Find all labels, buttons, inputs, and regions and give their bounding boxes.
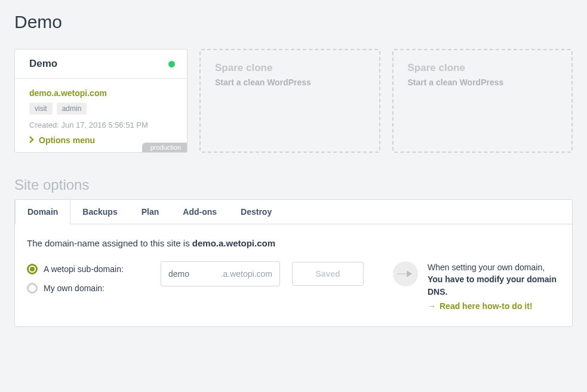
tab-addons[interactable]: Add-ons xyxy=(171,200,229,224)
saved-button: Saved xyxy=(292,262,364,286)
site-card: Demo demo.a.wetopi.com visit admin Creat… xyxy=(14,49,188,153)
subdomain-suffix: .a.wetopi.com xyxy=(221,269,272,279)
admin-button[interactable]: admin xyxy=(57,103,87,115)
tab-destroy[interactable]: Destroy xyxy=(229,200,284,224)
clone-subtitle: Start a clean WordPress xyxy=(215,78,365,87)
subdomain-input[interactable] xyxy=(168,269,204,279)
domain-info-text: When setting your own domain, You have t… xyxy=(428,261,560,312)
site-options-panel: Domain Backups Plan Add-ons Destroy The … xyxy=(14,199,573,327)
subdomain-input-wrapper[interactable]: .a.wetopi.com xyxy=(161,261,280,286)
domain-intro-value: demo.a.wetopi.com xyxy=(192,238,275,248)
tabs-bar: Domain Backups Plan Add-ons Destroy xyxy=(15,199,572,224)
domain-radio-group: A wetopi sub-domain: My own domain: xyxy=(27,261,140,294)
options-menu-label: Options menu xyxy=(39,135,95,145)
arrow-icon: → xyxy=(428,300,436,312)
radio-unchecked-icon xyxy=(27,283,38,294)
spare-clone-slot-2[interactable]: Spare clone Start a clean WordPress xyxy=(392,49,573,153)
tab-plan[interactable]: Plan xyxy=(130,200,171,224)
radio-checked-icon xyxy=(27,264,38,274)
status-dot-icon xyxy=(168,61,175,67)
tab-content-domain: The domain-name assigned to this site is… xyxy=(15,225,572,312)
domain-intro-line: The domain-name assigned to this site is… xyxy=(27,238,560,248)
tab-domain[interactable]: Domain xyxy=(15,199,70,224)
clone-subtitle: Start a clean WordPress xyxy=(408,78,558,87)
radio-label: My own domain: xyxy=(44,283,105,293)
visit-button[interactable]: visit xyxy=(29,103,53,115)
site-card-title: Demo xyxy=(29,58,57,70)
arrow-right-icon xyxy=(393,261,418,286)
domain-options-row: A wetopi sub-domain: My own domain: .a.w… xyxy=(27,261,560,312)
domain-info-col: When setting your own domain, You have t… xyxy=(393,261,560,312)
subdomain-input-col: .a.wetopi.com Saved xyxy=(161,261,364,286)
created-timestamp: Created: Jun 17, 2016 5:56:51 PM xyxy=(29,121,173,129)
spare-clone-slot-1[interactable]: Spare clone Start a clean WordPress xyxy=(199,49,380,153)
info-line-1: When setting your own domain, xyxy=(428,263,545,272)
radio-label: A wetopi sub-domain: xyxy=(44,264,124,274)
chevron-right-icon xyxy=(29,135,34,145)
radio-wetopi-subdomain[interactable]: A wetopi sub-domain: xyxy=(27,264,140,274)
clone-title: Spare clone xyxy=(215,62,365,74)
site-card-header: Demo xyxy=(15,50,187,79)
production-badge: production xyxy=(142,143,187,152)
link-text: Read here how-to do it! xyxy=(440,300,533,312)
cards-row: Demo demo.a.wetopi.com visit admin Creat… xyxy=(14,49,573,153)
dns-howto-link[interactable]: → Read here how-to do it! xyxy=(428,300,533,312)
tab-backups[interactable]: Backups xyxy=(70,200,129,224)
radio-own-domain[interactable]: My own domain: xyxy=(27,283,140,294)
site-domain-link[interactable]: demo.a.wetopi.com xyxy=(29,88,173,98)
clone-title: Spare clone xyxy=(408,62,558,74)
page-title: Demo xyxy=(14,12,573,32)
site-card-body: demo.a.wetopi.com visit admin Created: J… xyxy=(15,79,187,152)
pill-row: visit admin xyxy=(29,103,173,115)
domain-intro-prefix: The domain-name assigned to this site is xyxy=(27,238,192,248)
info-line-2: You have to modify your domain DNS. xyxy=(428,273,560,298)
section-title: Site options xyxy=(14,177,573,193)
